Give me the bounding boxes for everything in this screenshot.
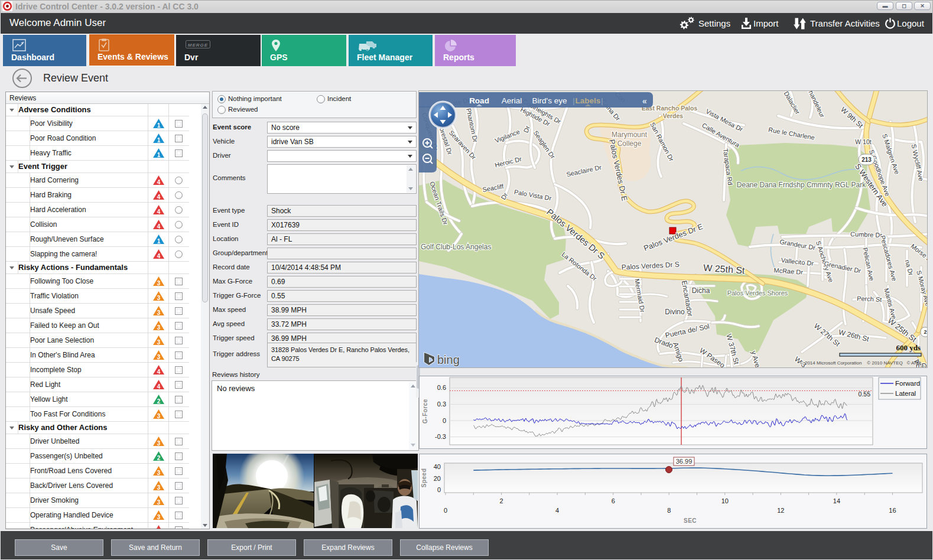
svg-text:20: 20 (434, 475, 441, 482)
svg-text:12: 12 (777, 507, 784, 514)
svg-text:Marymount: Marymount (612, 131, 648, 139)
svg-text:-0.3: -0.3 (435, 433, 446, 440)
svg-text:Perch St: Perch St (857, 295, 882, 303)
svg-text:Lateral: Lateral (895, 390, 916, 397)
svg-text:16: 16 (889, 507, 896, 514)
svg-text:|: | (573, 96, 574, 105)
svg-text:4: 4 (157, 369, 161, 375)
svg-text:1: 1 (157, 238, 161, 245)
svg-text:Bird's eye: Bird's eye (532, 96, 567, 105)
svg-text:Labels: Labels (576, 96, 601, 105)
svg-text:4: 4 (157, 194, 161, 200)
svg-text:3: 3 (157, 280, 161, 286)
svg-text:3: 3 (157, 440, 161, 447)
svg-text:600 yds: 600 yds (896, 343, 921, 352)
svg-text:Dicha: Dicha (692, 286, 710, 295)
svg-text:3: 3 (157, 499, 161, 506)
svg-text:3: 3 (157, 484, 161, 491)
svg-text:Speed: Speed (421, 468, 427, 488)
svg-text:3: 3 (157, 413, 161, 419)
svg-text:MERGE: MERGE (188, 43, 208, 48)
svg-text:8: 8 (667, 507, 671, 514)
svg-text:Road: Road (469, 96, 489, 105)
svg-text:3: 3 (157, 354, 161, 360)
svg-text:3: 3 (157, 310, 161, 316)
svg-text:Palos Verdes Shores: Palos Verdes Shores (727, 289, 788, 297)
svg-text:4: 4 (157, 383, 161, 390)
svg-text:10: 10 (721, 497, 729, 504)
svg-text:Deane Dana Frndshp Cmmnty RGL: Deane Dana Frndshp Cmmnty RGL Park (737, 181, 866, 189)
svg-text:2: 2 (924, 329, 927, 335)
svg-text:Verdes: Verdes (663, 112, 684, 119)
svg-text:2: 2 (500, 497, 503, 504)
svg-text:40: 40 (434, 463, 441, 470)
svg-text:14: 14 (833, 497, 840, 504)
svg-text:1: 1 (157, 137, 161, 144)
svg-text:1: 1 (157, 152, 161, 158)
svg-text:Golf Club-Los Angelas: Golf Club-Los Angelas (421, 243, 491, 251)
svg-text:Cumbre Dr: Cumbre Dr (850, 230, 883, 239)
svg-text:|: | (601, 96, 603, 105)
svg-text:0.6: 0.6 (437, 384, 446, 391)
svg-text:3: 3 (157, 324, 161, 331)
svg-text:1: 1 (157, 122, 161, 129)
svg-text:3: 3 (157, 470, 161, 476)
svg-text:0.3: 0.3 (437, 401, 446, 408)
svg-text:Forward: Forward (895, 380, 920, 387)
svg-text:3: 3 (157, 295, 161, 301)
svg-text:0: 0 (444, 507, 447, 514)
svg-text:College: College (617, 139, 642, 148)
svg-text:© 2014 Microsoft Corporation: © 2014 Microsoft Corporation © 2010 NAVT… (800, 360, 921, 366)
svg-text:3: 3 (157, 514, 161, 520)
svg-text:36.99: 36.99 (676, 458, 693, 465)
svg-text:0: 0 (437, 486, 441, 493)
svg-text:0.55: 0.55 (859, 390, 871, 398)
svg-text:3: 3 (157, 339, 161, 346)
svg-text:6: 6 (612, 497, 615, 504)
svg-text:«: « (642, 96, 647, 106)
svg-text:Divino: Divino (665, 308, 685, 316)
svg-text:4: 4 (157, 253, 161, 259)
svg-text:0: 0 (443, 417, 446, 424)
svg-text:Aerial: Aerial (502, 96, 522, 105)
svg-text:bing: bing (437, 353, 460, 366)
svg-text:SEC: SEC (684, 517, 697, 524)
svg-text:4: 4 (555, 507, 559, 514)
svg-text:213: 213 (862, 157, 872, 163)
svg-text:4: 4 (157, 179, 161, 185)
svg-text:W 10t: W 10t (855, 138, 872, 145)
svg-text:G-Force: G-Force (422, 399, 428, 424)
svg-text:4: 4 (157, 223, 161, 230)
svg-text:2: 2 (157, 398, 161, 405)
svg-text:2: 2 (157, 455, 161, 461)
svg-text:4: 4 (157, 529, 161, 530)
svg-text:4: 4 (157, 209, 161, 215)
